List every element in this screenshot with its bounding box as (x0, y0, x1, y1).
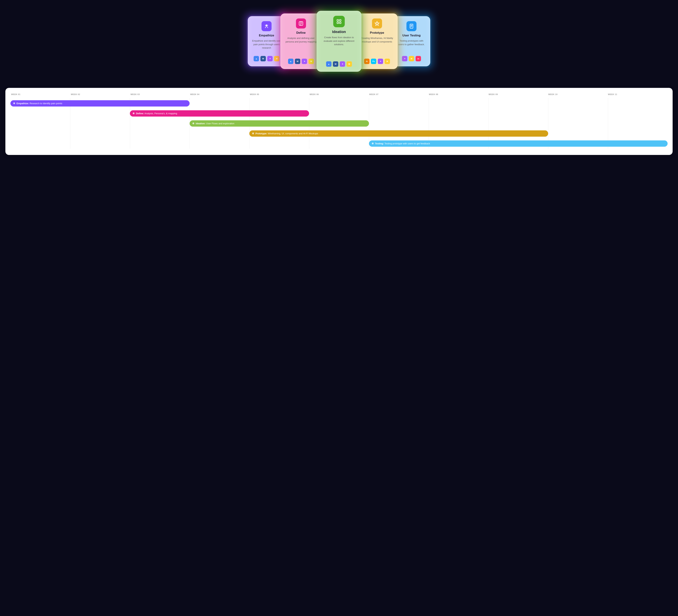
gantt-bar-ideation: Ideation: User Flows and exploration (190, 120, 369, 127)
tool-google-drive: ▲ (288, 59, 294, 64)
tool-invision: in (416, 56, 421, 61)
testing-label: Testing: Testing prototype with users to… (375, 142, 430, 145)
ideation-desc: Create flows from ideation to evaluate a… (321, 36, 357, 58)
gantt-body: Empathize: Research to Identify pain poi… (10, 98, 668, 149)
tool-word: W (260, 56, 266, 61)
week-label-4: WEEK 04 (190, 93, 250, 95)
tool-word: W (333, 61, 338, 67)
week-label-6: WEEK 06 (310, 93, 369, 95)
week-label-5: WEEK 05 (250, 93, 310, 95)
empathize-label: Empathize: Research to Identify pain poi… (16, 102, 62, 105)
empathize-icon (262, 21, 271, 31)
gantt-bar-define: Define: Analysis, Persona's, & mapping (130, 110, 309, 117)
prototype-title: Prototype (370, 31, 384, 35)
tool-figma: ✦ (402, 56, 407, 61)
testing-title: User Testing (402, 34, 421, 37)
ideation-label: Ideation: User Flows and exploration (196, 122, 234, 125)
define-dot (133, 112, 135, 114)
tool-miro: M (384, 59, 390, 64)
ideation-dot (192, 122, 194, 124)
define-title: Define (296, 31, 306, 35)
week-label-11: WEEK 11 (608, 93, 668, 95)
tool-figma: ✦ (302, 59, 307, 64)
svg-rect-10 (340, 22, 341, 24)
tool-google-drive: ▲ (254, 56, 259, 61)
prototype-desc: Creating Wireframes, Hi fidelity mockups… (361, 36, 393, 55)
prototype-dot (252, 132, 254, 134)
gantt-header: WEEK 01WEEK 02WEEK 03WEEK 04WEEK 05WEEK … (10, 93, 668, 95)
tool-figma: ✦ (267, 56, 273, 61)
week-label-2: WEEK 02 (71, 93, 130, 95)
gantt-section: WEEK 01WEEK 02WEEK 03WEEK 04WEEK 05WEEK … (5, 88, 673, 155)
tool-word: W (295, 59, 300, 64)
gantt-bar-prototype: Prototype: Wireframing, UI, components a… (249, 130, 548, 137)
svg-rect-7 (337, 20, 339, 21)
card-ideation: Ideation Create flows from ideation to e… (316, 11, 362, 72)
ideation-icon (333, 16, 345, 27)
tool-miro: M (409, 56, 414, 61)
cards-section: Empathize Empathize and identify user pa… (5, 7, 673, 79)
gantt-row-define: Define: Analysis, Persona's, & mapping (10, 108, 668, 118)
tool-figma: ✦ (378, 59, 383, 64)
prototype-label: Prototype: Wireframing, UI, components a… (255, 132, 318, 135)
gantt-row-empathize: Empathize: Research to Identify pain poi… (10, 98, 668, 108)
define-desc: Analysis and defining user persona and j… (285, 36, 317, 55)
empathize-dot (13, 103, 15, 104)
testing-desc: Testing prototypes with users to gather … (397, 39, 426, 53)
svg-rect-8 (340, 20, 341, 21)
week-label-7: WEEK 07 (369, 93, 429, 95)
svg-point-2 (265, 25, 266, 26)
empathize-title: Empathize (259, 34, 274, 37)
tool-miro: M (346, 61, 352, 67)
gantt-bar-testing: Testing: Testing prototype with users to… (369, 141, 668, 147)
define-label: Define: Analysis, Persona's, & mapping (136, 112, 177, 115)
week-label-1: WEEK 01 (11, 93, 71, 95)
define-tools: ▲ W ✦ M (288, 59, 314, 64)
week-label-3: WEEK 03 (130, 93, 190, 95)
cards-wrapper: Empathize Empathize and identify user pa… (248, 11, 430, 72)
gantt-row-testing: Testing: Testing prototype with users to… (10, 139, 668, 149)
testing-icon (407, 21, 416, 31)
testing-tools: ✦ M in (402, 56, 421, 61)
ideation-title: Ideation (332, 30, 346, 34)
tool-google-drive: ▲ (326, 61, 332, 67)
ideation-tools: ▲ W ✦ M (326, 61, 352, 67)
empathize-tools: ▲ W ✦ M (254, 56, 279, 61)
testing-dot (372, 143, 374, 144)
week-label-8: WEEK 08 (429, 93, 489, 95)
svg-rect-9 (337, 22, 339, 24)
prototype-icon (372, 18, 382, 29)
gantt-row-ideation: Ideation: User Flows and exploration (10, 118, 668, 128)
tool-photoshop: Ps (371, 59, 376, 64)
gantt-row-prototype: Prototype: Wireframing, UI, components a… (10, 128, 668, 139)
tool-figma: ✦ (340, 61, 345, 67)
week-label-10: WEEK 10 (548, 93, 608, 95)
week-label-9: WEEK 09 (489, 93, 548, 95)
define-icon (296, 18, 306, 29)
svg-point-1 (267, 25, 268, 26)
gantt-bar-empathize: Empathize: Research to Identify pain poi… (10, 100, 190, 107)
prototype-tools: Ai Ps ✦ M (364, 59, 390, 64)
